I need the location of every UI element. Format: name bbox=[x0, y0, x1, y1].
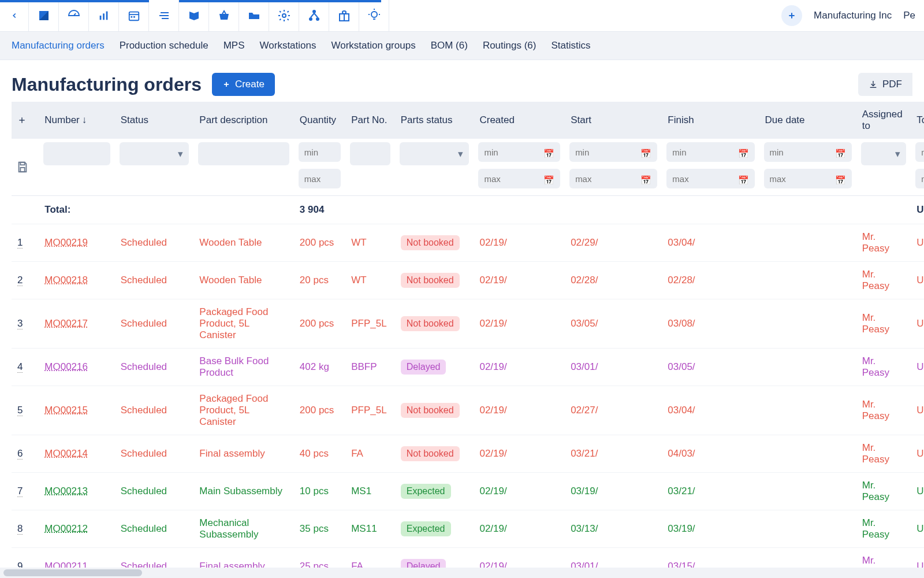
row-parts-status: Not booked bbox=[395, 435, 474, 473]
filter-finish-max[interactable] bbox=[666, 169, 754, 188]
pdf-button[interactable]: PDF bbox=[858, 73, 912, 96]
filter-qty-min[interactable] bbox=[299, 142, 341, 162]
mo-link[interactable]: MO00215 bbox=[44, 405, 88, 416]
col-created[interactable]: Created bbox=[474, 102, 565, 139]
filter-partno[interactable] bbox=[350, 142, 390, 165]
filter-assigned[interactable] bbox=[861, 142, 907, 165]
nav-calendar-icon[interactable] bbox=[119, 0, 149, 31]
row-desc: Final assembly bbox=[193, 435, 293, 473]
tab-mps[interactable]: MPS bbox=[223, 40, 245, 51]
row-index[interactable]: 4 bbox=[17, 361, 23, 373]
back-button[interactable] bbox=[0, 0, 29, 31]
col-part-no[interactable]: Part No. bbox=[345, 102, 395, 139]
col-assigned[interactable]: Assigned to bbox=[856, 102, 911, 139]
mo-link[interactable]: MO00217 bbox=[44, 318, 88, 329]
nav-list-icon[interactable] bbox=[149, 0, 179, 31]
nav-bulb-icon[interactable] bbox=[359, 0, 389, 31]
filter-status[interactable] bbox=[120, 142, 189, 165]
tab-bom-6-[interactable]: BOM (6) bbox=[431, 40, 468, 51]
filter-due-min[interactable] bbox=[764, 142, 852, 162]
table-container: Number↓ Status Part description Quantity… bbox=[0, 102, 924, 578]
table-row[interactable]: 3MO00217ScheduledPackaged Food Product, … bbox=[12, 299, 924, 349]
row-index[interactable]: 3 bbox=[17, 318, 23, 329]
create-button[interactable]: Create bbox=[212, 73, 275, 96]
row-finish: 04/03/ bbox=[662, 435, 759, 473]
table-row[interactable]: 2MO00218ScheduledWooden Table20 pcsWTNot… bbox=[12, 262, 924, 299]
table-row[interactable]: 7MO00213ScheduledMain Subassembly10 pcsM… bbox=[12, 473, 924, 510]
filter-due-max[interactable] bbox=[764, 169, 852, 188]
table-row[interactable]: 5MO00215ScheduledPackaged Food Product, … bbox=[12, 386, 924, 435]
col-start[interactable]: Start bbox=[565, 102, 662, 139]
mo-link[interactable]: MO00218 bbox=[44, 275, 88, 286]
row-desc: Mechanical Subassembly bbox=[193, 510, 293, 548]
filter-number[interactable] bbox=[43, 142, 110, 165]
filter-created-min[interactable] bbox=[478, 142, 560, 162]
table-row[interactable]: 6MO00214ScheduledFinal assembly40 pcsFAN… bbox=[12, 435, 924, 473]
mo-link[interactable]: MO00212 bbox=[44, 523, 88, 534]
nav-basket-icon[interactable] bbox=[209, 0, 239, 31]
scrollbar-thumb[interactable] bbox=[3, 569, 142, 576]
nav-chart-icon[interactable] bbox=[89, 0, 119, 31]
row-created: 02/19/ bbox=[474, 435, 565, 473]
row-index[interactable]: 5 bbox=[17, 405, 23, 416]
row-index[interactable]: 2 bbox=[17, 275, 23, 286]
top-nav-icons bbox=[29, 0, 389, 31]
row-index[interactable]: 6 bbox=[17, 448, 23, 460]
filter-total-max[interactable] bbox=[915, 169, 924, 188]
tab-production-schedule[interactable]: Production schedule bbox=[120, 40, 208, 51]
col-total[interactable]: Tot bbox=[911, 102, 924, 139]
row-desc: Base Bulk Food Product bbox=[193, 349, 293, 386]
table-row[interactable]: 1MO00219ScheduledWooden Table200 pcsWTNo… bbox=[12, 224, 924, 262]
nav-folder-icon[interactable] bbox=[239, 0, 269, 31]
filter-desc[interactable] bbox=[198, 142, 289, 165]
row-assigned: Mr. Peasy bbox=[856, 473, 911, 510]
col-part-desc[interactable]: Part description bbox=[193, 102, 293, 139]
filter-parts-status[interactable] bbox=[400, 142, 470, 165]
filter-start-min[interactable] bbox=[569, 142, 657, 162]
row-finish: 03/08/ bbox=[662, 299, 759, 349]
col-add[interactable] bbox=[12, 102, 39, 139]
mo-link[interactable]: MO00216 bbox=[44, 361, 88, 372]
row-parts-status: Delayed bbox=[395, 349, 474, 386]
tab-workstation-groups[interactable]: Workstation groups bbox=[331, 40, 415, 51]
filter-finish-min[interactable] bbox=[666, 142, 754, 162]
row-due bbox=[759, 473, 856, 510]
nav-gear-icon[interactable] bbox=[269, 0, 299, 31]
org-name[interactable]: Manufacturing Inc bbox=[814, 10, 892, 21]
col-parts-status[interactable]: Parts status bbox=[395, 102, 474, 139]
horizontal-scrollbar[interactable] bbox=[0, 568, 924, 578]
filter-start-max[interactable] bbox=[569, 169, 657, 188]
filter-created-max[interactable] bbox=[478, 169, 560, 188]
tab-manufacturing-orders[interactable]: Manufacturing orders bbox=[12, 40, 105, 51]
tab-workstations[interactable]: Workstations bbox=[260, 40, 316, 51]
col-finish[interactable]: Finish bbox=[662, 102, 759, 139]
row-index[interactable]: 7 bbox=[17, 486, 23, 497]
filter-qty-max[interactable] bbox=[299, 169, 341, 188]
col-quantity[interactable]: Quantity bbox=[294, 102, 345, 139]
page-header: Manufacturing orders Create PDF bbox=[0, 60, 924, 102]
tab-routings-6-[interactable]: Routings (6) bbox=[483, 40, 536, 51]
nav-dashboard-icon[interactable] bbox=[59, 0, 89, 31]
nav-logo-icon[interactable] bbox=[29, 0, 59, 31]
nav-gift-icon[interactable] bbox=[329, 0, 359, 31]
col-status[interactable]: Status bbox=[115, 102, 194, 139]
mo-link[interactable]: MO00219 bbox=[44, 237, 88, 248]
nav-book-icon[interactable] bbox=[179, 0, 209, 31]
tab-statistics[interactable]: Statistics bbox=[551, 40, 590, 51]
table-row[interactable]: 4MO00216ScheduledBase Bulk Food Product4… bbox=[12, 349, 924, 386]
global-add-button[interactable] bbox=[781, 5, 802, 26]
row-parts-status: Not booked bbox=[395, 299, 474, 349]
mo-link[interactable]: MO00214 bbox=[44, 448, 88, 459]
row-created: 02/19/ bbox=[474, 386, 565, 435]
col-number[interactable]: Number↓ bbox=[39, 102, 114, 139]
filter-total-min[interactable] bbox=[915, 142, 924, 162]
row-index[interactable]: 8 bbox=[17, 523, 23, 535]
topbar-right: Manufacturing Inc Pe bbox=[781, 5, 924, 26]
row-index[interactable]: 1 bbox=[17, 237, 23, 249]
nav-network-icon[interactable] bbox=[299, 0, 329, 31]
mo-link[interactable]: MO00213 bbox=[44, 486, 88, 497]
save-filter-button[interactable] bbox=[12, 139, 39, 196]
table-row[interactable]: 8MO00212ScheduledMechanical Subassembly3… bbox=[12, 510, 924, 548]
user-hint[interactable]: Pe bbox=[903, 10, 915, 21]
col-due[interactable]: Due date bbox=[759, 102, 856, 139]
